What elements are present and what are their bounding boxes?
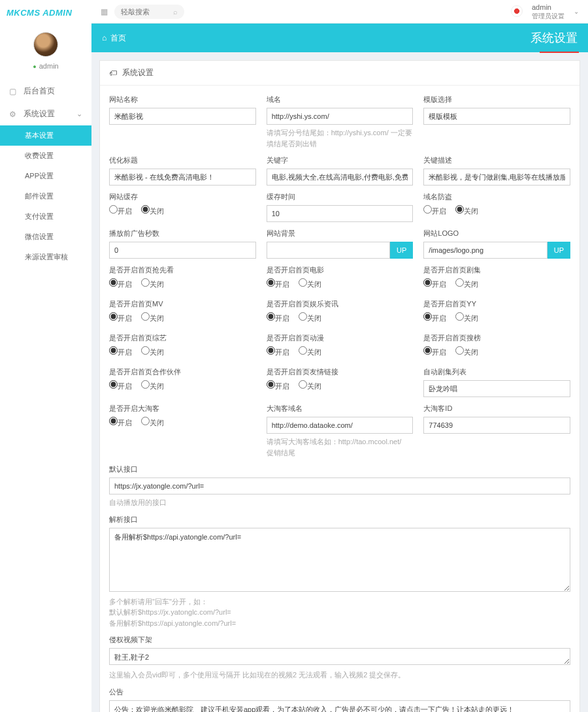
input-auto_list[interactable] — [423, 380, 570, 397]
input-logo[interactable] — [423, 242, 547, 259]
field-home_dongman: 是否开启首页动漫开启关闭 — [267, 333, 414, 361]
user-block[interactable]: admin 管理员设置 — [532, 3, 564, 20]
radio-home_souhang-0[interactable]: 开启 — [423, 346, 446, 357]
textarea-notice[interactable] — [109, 700, 570, 713]
field-domain: 域名 请填写分号结尾如：http://yshi.ys.com/ 一定要填结尾否则… — [267, 95, 414, 149]
input-domain[interactable] — [267, 108, 414, 125]
field-dataoke-id: 大淘客ID — [423, 404, 570, 458]
radio-home_dongman-0[interactable]: 开启 — [267, 346, 289, 357]
subnav-app[interactable]: APP设置 — [0, 166, 91, 186]
menu-icon[interactable]: ▦ — [101, 7, 106, 16]
nav-list: ▢ 后台首页 ⚙ 系统设置 基本设置 收费设置 APP设置 邮件设置 支付设置 … — [0, 80, 91, 267]
radio-home_mv-1[interactable]: 关闭 — [141, 312, 164, 323]
field-seo-title: 优化标题 — [109, 155, 256, 186]
field-site-name: 网站名称 — [109, 95, 256, 149]
nav-system[interactable]: ⚙ 系统设置 — [0, 103, 91, 125]
radio-home_partner-1[interactable]: 关闭 — [141, 380, 164, 391]
subnav-source[interactable]: 来源设置审核 — [0, 247, 91, 267]
logo: MKCMS ADMIN — [0, 0, 91, 25]
flag-icon[interactable] — [511, 5, 523, 17]
nav-dashboard[interactable]: ▢ 后台首页 — [0, 80, 91, 103]
radio-home_drama-1[interactable]: 关闭 — [455, 278, 478, 289]
radio-dataoke-off[interactable]: 关闭 — [141, 417, 164, 428]
search-box[interactable]: ⌕ — [114, 5, 184, 19]
radio-antisteal-on[interactable]: 开启 — [423, 205, 446, 216]
field-home_partner: 是否开启首页合作伙伴开启关闭 — [109, 367, 256, 397]
user-name: admin — [532, 3, 564, 12]
field-cache: 网站缓存 开启 关闭 — [109, 192, 256, 222]
input-bg[interactable] — [267, 242, 390, 259]
avatar-block: admin — [0, 25, 91, 80]
search-input[interactable] — [121, 8, 173, 16]
radio-home_lead-1[interactable]: 关闭 — [141, 278, 164, 289]
breadcrumb: ⌂ 首页 系统设置 — [91, 24, 588, 52]
radio-home_link-1[interactable]: 关闭 — [299, 380, 321, 391]
subnav-wechat[interactable]: 微信设置 — [0, 227, 91, 247]
upload-bg-button[interactable]: UP — [390, 242, 413, 259]
topbar: ▦ ⌕ admin 管理员设置 ⌄ — [91, 0, 588, 24]
tag-icon: 🏷 — [109, 69, 117, 78]
field-bg: 网站背景 UP — [267, 229, 414, 259]
field-notice: 公告 — [109, 687, 570, 713]
radio-home_movie-1[interactable]: 关闭 — [299, 278, 321, 289]
radio-dataoke-on[interactable]: 开启 — [109, 417, 132, 428]
radio-home_zongyi-0[interactable]: 开启 — [109, 346, 132, 357]
sidebar: MKCMS ADMIN admin ▢ 后台首页 ⚙ 系统设置 基本设置 收费设… — [0, 0, 91, 712]
field-description: 关键描述 — [423, 155, 570, 186]
field-home_drama: 是否开启首页剧集开启关闭 — [423, 265, 570, 293]
field-logo: 网站LOGO UP — [423, 229, 570, 259]
input-description[interactable] — [423, 169, 570, 186]
field-template: 模版选择 — [423, 95, 570, 149]
radio-home_zongyi-1[interactable]: 关闭 — [141, 346, 164, 357]
field-home_link: 是否开启首页友情链接开启关闭 — [267, 367, 414, 397]
input-dataoke-domain[interactable] — [267, 417, 414, 434]
radio-home_lead-0[interactable]: 开启 — [109, 278, 132, 289]
radio-home_movie-0[interactable]: 开启 — [267, 278, 289, 289]
input-template[interactable] — [423, 108, 570, 125]
field-ad-sec: 播放前广告秒数 — [109, 229, 256, 259]
subnav-basic[interactable]: 基本设置 — [0, 125, 91, 146]
field-home_lead: 是否开启首页抢先看开启关闭 — [109, 265, 256, 293]
input-seo-title[interactable] — [109, 169, 256, 186]
subnav-fee[interactable]: 收费设置 — [0, 146, 91, 166]
panel: 🏷 系统设置 网站名称 域名 请填写分号结尾如：http://yshi.y — [99, 60, 580, 712]
chevron-down-icon[interactable]: ⌄ — [574, 8, 579, 15]
textarea-ban-video[interactable] — [109, 648, 570, 665]
radio-home_link-0[interactable]: 开启 — [267, 380, 289, 391]
radio-home_drama-0[interactable]: 开启 — [423, 278, 446, 289]
home-icon[interactable]: ⌂ — [102, 33, 106, 42]
radio-home_yule-1[interactable]: 关闭 — [299, 312, 321, 323]
field-cache-time: 缓存时间 — [267, 192, 414, 222]
radio-home_partner-0[interactable]: 开启 — [109, 380, 132, 391]
input-dataoke-id[interactable] — [423, 417, 570, 434]
input-site-name[interactable] — [109, 108, 256, 125]
input-keywords[interactable] — [267, 169, 414, 186]
radio-home_yy-0[interactable]: 开启 — [423, 312, 446, 323]
avatar-name: admin — [0, 62, 91, 70]
gear-icon: ⚙ — [9, 110, 18, 119]
radio-home_souhang-1[interactable]: 关闭 — [455, 346, 478, 357]
crumb-home[interactable]: 首页 — [110, 33, 126, 44]
avatar[interactable] — [33, 32, 58, 57]
input-ad-sec[interactable] — [109, 242, 256, 259]
radio-cache-off[interactable]: 关闭 — [141, 205, 164, 216]
field-ban-video: 侵权视频下架 这里输入会员vid即可，多个使用逗号隔开 比如现在的视频2 无法观… — [109, 635, 570, 681]
upload-logo-button[interactable]: UP — [547, 242, 570, 259]
radio-home_yy-1[interactable]: 关闭 — [455, 312, 478, 323]
search-icon[interactable]: ⌕ — [173, 8, 178, 16]
input-cache-time[interactable] — [267, 205, 414, 222]
subnav-pay[interactable]: 支付设置 — [0, 206, 91, 227]
user-role: 管理员设置 — [532, 12, 564, 20]
field-home_movie: 是否开启首页电影开启关闭 — [267, 265, 414, 293]
radio-home_yule-0[interactable]: 开启 — [267, 312, 289, 323]
radio-home_mv-0[interactable]: 开启 — [109, 312, 132, 323]
textarea-parse-port[interactable] — [109, 528, 570, 592]
field-home_yy: 是否开启首页YY开启关闭 — [423, 299, 570, 327]
field-parse-port: 解析接口 多个解析请用"回车"分开，如： 默认解析$https://jx.yat… — [109, 515, 570, 629]
radio-home_dongman-1[interactable]: 关闭 — [299, 346, 321, 357]
field-dataoke-domain: 大淘客域名 请填写大淘客域名如：http://tao.mcool.net/ 促销… — [267, 404, 414, 458]
radio-antisteal-off[interactable]: 关闭 — [455, 205, 478, 216]
subnav-mail[interactable]: 邮件设置 — [0, 186, 91, 206]
radio-cache-on[interactable]: 开启 — [109, 205, 132, 216]
input-default-port[interactable] — [109, 477, 570, 494]
